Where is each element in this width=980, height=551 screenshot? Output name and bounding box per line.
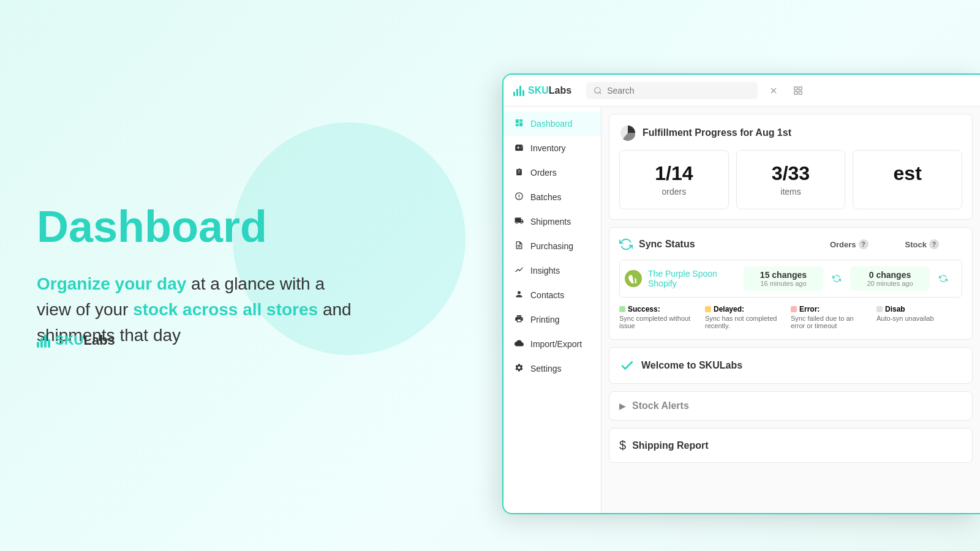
error-dot — [791, 306, 797, 312]
welcome-section: Welcome to SKULabs — [619, 358, 962, 373]
hero-logo-sku: SKU — [55, 332, 83, 348]
sidebar-item-settings[interactable]: Settings — [503, 356, 601, 381]
sidebar-item-printing[interactable]: Printing — [503, 307, 601, 332]
search-icon — [594, 86, 602, 95]
legend-disabled: Disab Auto-syn unavailab — [876, 305, 934, 329]
orders-help-icon[interactable]: ? — [859, 239, 869, 249]
legend-delayed: Delayed: Sync has not completed recently… — [705, 305, 778, 329]
shipping-report-title: Shipping Report — [632, 440, 708, 451]
sidebar-label-settings: Settings — [530, 364, 562, 373]
stat-orders-label: orders — [630, 187, 718, 197]
sidebar-item-import-export[interactable]: Import/Export — [503, 332, 601, 356]
stock-alerts-title: Stock Alerts — [632, 400, 689, 411]
inventory-icon — [513, 143, 524, 154]
orders-sync-button[interactable] — [828, 270, 845, 287]
sidebar-label-import-export: Import/Export — [530, 339, 582, 349]
app-window: SKULabs — [502, 73, 980, 514]
stat-orders-number: 1/14 — [630, 163, 718, 184]
sync-title: Sync Status — [639, 239, 695, 250]
pie-chart-icon — [619, 124, 636, 141]
logo-bar-3 — [44, 334, 47, 348]
search-input[interactable] — [607, 86, 750, 96]
logo-bar-2 — [40, 338, 43, 348]
sidebar-item-batches[interactable]: Batches — [503, 185, 601, 209]
chevron-right-icon: ▶ — [619, 401, 626, 411]
purchasing-icon — [513, 241, 524, 252]
content-area: Fulfillment Progress for Aug 1st 1/14 or… — [601, 107, 980, 513]
stat-orders: 1/14 orders — [619, 150, 729, 209]
stock-alerts-header[interactable]: ▶ Stock Alerts — [609, 392, 972, 420]
store-name-link[interactable]: The Purple Spoon Shopify — [648, 269, 744, 288]
sidebar-label-dashboard: Dashboard — [530, 119, 573, 129]
stat-est-number: est — [863, 163, 952, 184]
sidebar: Dashboard Inventory — [503, 107, 601, 513]
topbar-logo-text: SKULabs — [528, 85, 571, 96]
stock-changes-box: 0 changes 20 minutes ago — [850, 266, 930, 291]
hero-title: Dashboard — [37, 203, 361, 251]
batches-icon — [513, 192, 524, 203]
contacts-icon — [513, 290, 524, 301]
orders-changes-count: 15 changes — [751, 270, 816, 280]
shipping-report-section: $ Shipping Report — [609, 428, 973, 463]
stat-est: est — [853, 150, 962, 209]
topbar-bar-1 — [513, 92, 515, 96]
sidebar-label-printing: Printing — [530, 315, 559, 324]
svg-rect-1 — [794, 87, 797, 90]
welcome-title: Welcome to SKULabs — [641, 360, 742, 371]
delayed-dot — [705, 306, 711, 312]
hero-highlight-1: Organize your day — [37, 274, 186, 293]
topbar-bar-2 — [516, 89, 518, 96]
sidebar-label-contacts: Contacts — [530, 290, 564, 300]
sidebar-label-orders: Orders — [530, 168, 557, 178]
topbar-bar-3 — [519, 86, 521, 96]
sync-card: Sync Status Orders ? Stock ? — [609, 227, 973, 340]
clear-icon[interactable] — [765, 82, 782, 99]
topbar-bar-4 — [522, 90, 524, 96]
dashboard-icon — [513, 118, 524, 129]
sidebar-label-shipments: Shipments — [530, 217, 571, 227]
sync-store-row: The Purple Spoon Shopify 15 changes 16 m… — [619, 260, 962, 298]
sidebar-item-inventory[interactable]: Inventory — [503, 136, 601, 160]
success-dot — [619, 306, 625, 312]
stock-col-label: Stock ? — [905, 239, 939, 249]
topbar-logo-sku: SKU — [528, 85, 549, 96]
orders-changes-time: 16 minutes ago — [751, 280, 816, 287]
page-container: Dashboard Organize your day at a glance … — [0, 0, 980, 551]
legend-success: Success: Sync completed without issue — [619, 305, 693, 329]
svg-rect-2 — [799, 87, 802, 90]
main-layout: Dashboard Inventory — [503, 107, 980, 513]
sidebar-item-shipments[interactable]: Shipments — [503, 209, 601, 234]
stock-help-icon[interactable]: ? — [929, 239, 939, 249]
stock-alerts-section: ▶ Stock Alerts — [609, 391, 973, 421]
orders-changes-box: 15 changes 16 minutes ago — [744, 266, 823, 291]
sidebar-item-contacts[interactable]: Contacts — [503, 283, 601, 307]
logo-bars-icon — [37, 333, 50, 348]
topbar-icons — [765, 82, 807, 99]
logo-bar-1 — [37, 342, 39, 348]
topbar-logo: SKULabs — [513, 85, 571, 96]
grid-icon[interactable] — [790, 82, 807, 99]
dollar-icon: $ — [619, 438, 626, 452]
welcome-card: Welcome to SKULabs — [609, 347, 973, 384]
fulfillment-card: Fulfillment Progress for Aug 1st 1/14 or… — [609, 114, 973, 220]
stock-changes-time: 20 minutes ago — [858, 280, 922, 287]
welcome-check-icon — [619, 358, 635, 373]
sidebar-item-insights[interactable]: Insights — [503, 258, 601, 283]
sidebar-item-orders[interactable]: Orders — [503, 160, 601, 185]
sidebar-item-purchasing[interactable]: Purchasing — [503, 234, 601, 258]
hero-logo-labs: Labs — [83, 332, 115, 348]
stock-sync-button[interactable] — [935, 270, 952, 287]
sidebar-label-purchasing: Purchasing — [530, 241, 573, 251]
legend-error: Error: Sync failed due to an error or ti… — [791, 305, 864, 329]
search-bar[interactable] — [586, 82, 758, 99]
hero-logo-text: SKULabs — [55, 332, 115, 348]
orders-icon — [513, 167, 524, 178]
topbar: SKULabs — [503, 75, 980, 107]
logo-bar-4 — [48, 339, 50, 348]
stock-changes-count: 0 changes — [858, 270, 922, 280]
svg-rect-3 — [794, 91, 797, 94]
topbar-logo-bars-icon — [513, 85, 524, 96]
shopify-store-icon — [625, 270, 642, 287]
sidebar-item-dashboard[interactable]: Dashboard — [503, 111, 601, 136]
stat-items-number: 3/33 — [747, 163, 835, 184]
